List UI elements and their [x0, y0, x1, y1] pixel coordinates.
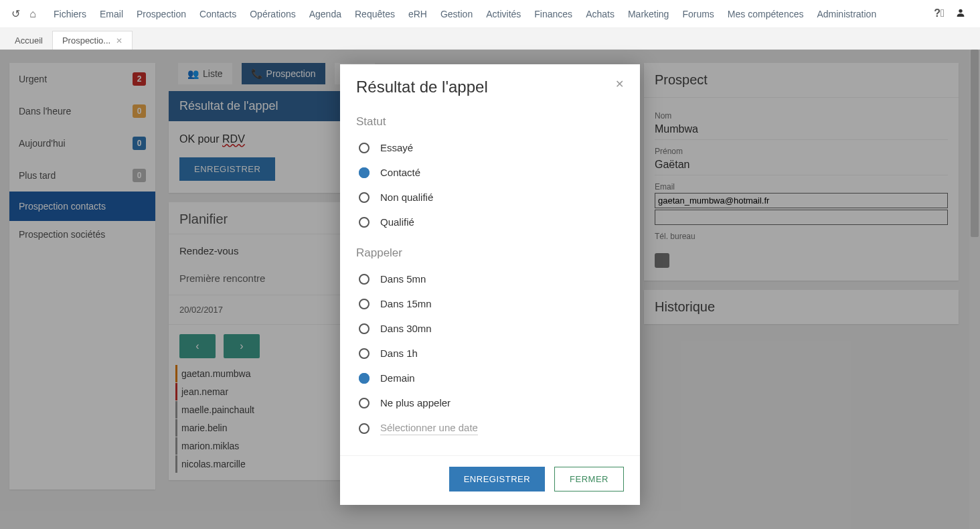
radio-icon — [359, 373, 370, 384]
radio-label: Qualifié — [380, 216, 414, 228]
radio-rappeler-date[interactable]: Sélectionner une date — [356, 415, 624, 442]
sidebar-item-label: Prospection contacts — [19, 201, 106, 212]
tel-label: Tél. bureau — [655, 232, 948, 241]
menu-forums[interactable]: Forums — [675, 9, 720, 19]
count-badge: 0 — [133, 169, 146, 182]
help-icon[interactable]: ?⃝ — [930, 7, 948, 21]
menu-operations[interactable]: Opérations — [243, 9, 302, 19]
tel-value — [655, 241, 948, 248]
rappeler-section-title: Rappeler — [356, 246, 624, 260]
home-icon[interactable]: ⌂ — [24, 8, 42, 20]
tab-strip: Accueil Prospectio... ✕ — [0, 28, 980, 50]
sidebar-item-urgent[interactable]: Urgent 2 — [9, 63, 155, 95]
menu-email[interactable]: Email — [93, 9, 130, 19]
radio-icon — [359, 274, 370, 285]
firstname-label: Prénom — [655, 147, 948, 156]
firstname-value: Gaëtan — [655, 156, 948, 175]
menu-gestion[interactable]: Gestion — [434, 9, 479, 19]
radio-rappeler-15mn[interactable]: Dans 15mn — [356, 291, 624, 316]
next-button[interactable]: › — [224, 334, 260, 358]
date-placeholder[interactable]: Sélectionner une date — [380, 422, 478, 435]
sidebar-item-hour[interactable]: Dans l'heure 0 — [9, 95, 155, 127]
sidebar-item-today[interactable]: Aujourd'hui 0 — [9, 127, 155, 159]
sidebar-item-later[interactable]: Plus tard 0 — [9, 159, 155, 192]
radio-label: Dans 5mn — [380, 273, 426, 285]
radio-icon — [359, 143, 370, 153]
sidebar: Urgent 2 Dans l'heure 0 Aujourd'hui 0 Pl… — [9, 63, 155, 489]
chevron-right-icon: › — [240, 340, 243, 352]
menu-fichiers[interactable]: Fichiers — [47, 9, 93, 19]
users-icon: 👥 — [187, 68, 199, 79]
radio-label: Contacté — [380, 167, 420, 178]
radio-statut-qualifie[interactable]: Qualifié — [356, 210, 624, 234]
modal-close-button[interactable]: FERMER — [554, 467, 624, 492]
call-result-modal: Résultat de l'appel ✕ Statut Essayé Cont… — [340, 64, 640, 505]
tab-prospection[interactable]: Prospectio... ✕ — [52, 31, 133, 50]
vertical-scrollbar[interactable] — [969, 50, 980, 529]
menu-competences[interactable]: Mes compétences — [721, 9, 811, 19]
menu-activites[interactable]: Activités — [479, 9, 527, 19]
name-label: Nom — [655, 111, 948, 121]
menu-marketing[interactable]: Marketing — [621, 9, 675, 19]
tab-label: Accueil — [15, 35, 43, 46]
radio-rappeler-demain[interactable]: Demain — [356, 366, 624, 390]
menu-erh[interactable]: eRH — [402, 9, 434, 19]
email-input-secondary[interactable] — [655, 210, 948, 225]
liste-button[interactable]: 👥 Liste — [178, 63, 232, 84]
menu-agenda[interactable]: Agenda — [303, 9, 348, 19]
radio-icon — [359, 167, 370, 178]
phone-badge-icon[interactable] — [655, 253, 669, 268]
radio-label: Demain — [380, 372, 415, 384]
text-part: OK pour — [179, 133, 222, 145]
email-label: Email — [655, 182, 948, 192]
sidebar-item-label: Urgent — [19, 74, 47, 84]
history-icon[interactable]: ↺ — [7, 7, 24, 20]
radio-label: Dans 1h — [380, 348, 418, 359]
menu-contacts[interactable]: Contacts — [193, 9, 243, 19]
count-badge: 0 — [133, 137, 146, 150]
prev-button[interactable]: ‹ — [179, 334, 216, 358]
prospect-panel: Prospect Nom Mumbwa Prénom Gaëtan Email … — [644, 63, 959, 281]
name-value: Mumbwa — [655, 121, 948, 140]
text-underlined: RDV — [222, 133, 245, 145]
phone-icon: 📞 — [251, 68, 262, 79]
menu-requetes[interactable]: Requêtes — [348, 9, 402, 19]
radio-icon — [359, 398, 370, 408]
save-button[interactable]: ENREGISTRER — [179, 157, 275, 181]
modal-save-button[interactable]: ENREGISTRER — [449, 467, 545, 492]
sidebar-item-label: Dans l'heure — [19, 106, 71, 117]
scroll-thumb[interactable] — [971, 50, 979, 237]
statut-section-title: Statut — [356, 115, 624, 129]
button-label: Liste — [203, 68, 223, 79]
radio-rappeler-5mn[interactable]: Dans 5mn — [356, 267, 624, 291]
radio-label: Essayé — [380, 142, 413, 153]
menu-achats[interactable]: Achats — [579, 9, 621, 19]
tab-close-icon[interactable]: ✕ — [116, 36, 122, 46]
radio-icon — [359, 217, 370, 228]
radio-statut-nonqualifie[interactable]: Non qualifié — [356, 185, 624, 210]
radio-rappeler-1h[interactable]: Dans 1h — [356, 341, 624, 366]
email-input[interactable] — [655, 193, 948, 208]
right-column: Prospect Nom Mumbwa Prénom Gaëtan Email … — [644, 63, 959, 489]
menu-administration[interactable]: Administration — [810, 9, 883, 19]
radio-statut-contacte[interactable]: Contacté — [356, 160, 624, 185]
sidebar-item-prospection-contacts[interactable]: Prospection contacts — [9, 192, 155, 221]
radio-statut-essaye[interactable]: Essayé — [356, 135, 624, 160]
panel-header: Historique — [644, 290, 959, 324]
prospection-button[interactable]: 📞 Prospection — [242, 63, 325, 84]
radio-rappeler-neplus[interactable]: Ne plus appeler — [356, 390, 624, 415]
user-icon[interactable] — [952, 7, 969, 21]
menu-prospection[interactable]: Prospection — [130, 9, 193, 19]
sidebar-item-label: Plus tard — [19, 170, 56, 181]
radio-icon — [359, 423, 370, 434]
sidebar-item-prospection-societes[interactable]: Prospection sociétés — [9, 221, 155, 248]
radio-rappeler-30mn[interactable]: Dans 30mn — [356, 316, 624, 341]
radio-icon — [359, 192, 370, 203]
tab-accueil[interactable]: Accueil — [5, 31, 52, 50]
close-icon[interactable]: ✕ — [615, 78, 624, 90]
panel-header: Prospect — [644, 63, 959, 98]
menu-finances[interactable]: Finances — [527, 9, 579, 19]
radio-icon — [359, 323, 370, 334]
count-badge: 0 — [133, 104, 146, 118]
modal-title: Résultat de l'appel — [356, 78, 488, 96]
